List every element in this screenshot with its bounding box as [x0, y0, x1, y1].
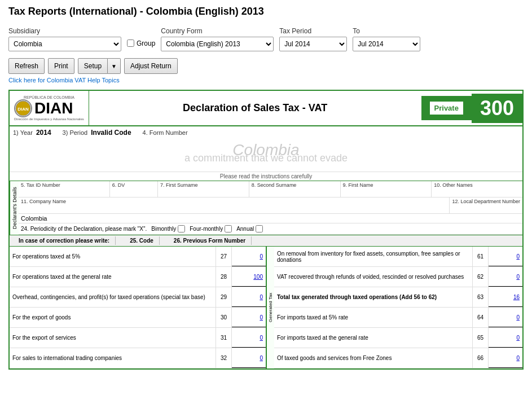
country-form-select[interactable]: Colombia (English) 2013: [161, 37, 274, 51]
tax-num: 63: [473, 287, 489, 307]
four-monthly-group: Four-monthly: [190, 225, 232, 232]
dian-logo-text: DIAN: [34, 99, 73, 117]
tax-row-right: For imports taxed at 5% rate 64 0: [274, 308, 522, 328]
tax-num: 66: [473, 348, 489, 368]
periodicity-label: 24. Periodicity of the Declaration, plea…: [21, 226, 147, 232]
private-label: Private: [430, 102, 463, 115]
period-label: 3) Period: [63, 129, 88, 136]
four-monthly-label: Four-monthly: [190, 226, 223, 232]
tax-desc: For the export of services: [10, 328, 216, 348]
tax-row-right: Of taxed goods and services from Free Zo…: [274, 348, 522, 368]
dian-private-section: Private: [421, 96, 472, 120]
buttons-row: Refresh Print Setup ▼ Adjust Return: [0, 56, 532, 76]
tax-table-right: Generated Tax On removal from inventory …: [266, 247, 522, 368]
tax-desc: For operations taxed at 5%: [10, 247, 216, 266]
tax-val: 0: [489, 267, 522, 287]
year-value: 2014: [36, 129, 51, 137]
dian-header: REPÚBLICA DE COLOMBIA DIAN DIAN Direcció…: [10, 91, 522, 126]
tax-desc: Of taxed goods and services from Free Zo…: [274, 348, 473, 368]
bimonthly-label: Bimonthly: [151, 226, 176, 232]
other-names-field: 10. Other Names: [432, 181, 522, 197]
tax-num: 62: [473, 267, 489, 287]
tax-val: 0: [489, 247, 522, 266]
dian-emblem: DIAN: [14, 99, 32, 117]
tax-id-field: 5. Tax ID Number: [19, 181, 110, 197]
group-checkbox-group: Group: [127, 40, 155, 47]
svg-text:DIAN: DIAN: [17, 107, 29, 112]
watermark-tagline: a commitment that we cannot evade: [184, 152, 348, 164]
tax-desc: For imports taxed at the general rate: [274, 328, 473, 348]
period-field: 3) Period Invalid Code: [63, 129, 131, 137]
tax-row-left: For operations taxed at the general rate…: [10, 267, 266, 287]
tax-row-left: Overhead, contingencies, and profit(s) f…: [10, 287, 266, 308]
tax-desc: For sales to international trading compa…: [10, 348, 216, 368]
annual-checkbox[interactable]: [256, 225, 263, 232]
local-dept-field: 12. Local Department Number: [450, 198, 522, 213]
page-title: Tax Reports (International) - Colombia (…: [8, 6, 524, 17]
tax-num: 30: [216, 308, 232, 327]
tax-period-label: Tax Period: [279, 27, 347, 35]
tax-row-left: For the export of goods 30 0: [10, 308, 266, 328]
tax-desc: Overhead, contingencies, and profit(s) f…: [10, 287, 216, 307]
help-link-container: Click here for Colombia VAT Help Topics: [0, 76, 532, 87]
tax-num: 32: [216, 348, 232, 368]
tax-num: 28: [216, 267, 232, 287]
annual-label: Annual: [236, 226, 254, 232]
dian-logo-top: REPÚBLICA DE COLOMBIA: [14, 95, 84, 99]
tax-row-left: For operations taxed at 5% 27 0: [10, 247, 266, 267]
tax-num: 27: [216, 247, 232, 266]
refresh-button[interactable]: Refresh: [8, 58, 45, 74]
setup-button[interactable]: Setup: [78, 58, 108, 74]
group-checkbox[interactable]: [127, 40, 134, 47]
second-surname-field: 8. Second Surname: [249, 181, 341, 197]
subsidiary-label: Subsidiary: [8, 27, 121, 35]
country-form-label: Country Form: [161, 27, 274, 35]
left-tax-rows: For operations taxed at 5% 27 0 For oper…: [10, 247, 266, 368]
subsidiary-select[interactable]: Colombia: [8, 37, 121, 51]
tax-desc: For the export of goods: [10, 308, 216, 327]
tax-row-left: For sales to international trading compa…: [10, 348, 266, 368]
tax-row-left: For the export of services 31 0: [10, 328, 266, 348]
tax-period-select[interactable]: Jul 2014: [279, 37, 347, 51]
right-content: Generated Tax On removal from inventory …: [266, 247, 522, 368]
to-select[interactable]: Jul 2014: [353, 37, 420, 51]
first-name-field: 9. First Name: [341, 181, 432, 197]
country-form-group: Country Form Colombia (English) 2013: [161, 27, 274, 51]
year-period-row: 1) Year 2014 3) Period Invalid Code 4. F…: [10, 126, 522, 139]
setup-split-button: Setup ▼: [78, 58, 121, 74]
to-label: To: [353, 27, 420, 35]
tax-val: 16: [489, 287, 522, 307]
company-row: 11. Company Name 12. Local Department Nu…: [19, 198, 522, 214]
subsidiary-group: Subsidiary Colombia: [8, 27, 121, 51]
page-header: Tax Reports (International) - Colombia (…: [0, 0, 532, 27]
tax-period-group: Tax Period Jul 2014: [279, 27, 347, 51]
tax-val: 0: [489, 348, 522, 368]
bimonthly-checkbox[interactable]: [178, 225, 185, 232]
declarant-section: Declarant's Details 5. Tax ID Number 6. …: [10, 181, 522, 235]
setup-dropdown-arrow[interactable]: ▼: [108, 58, 121, 74]
tax-desc: For imports taxed at 5% rate: [274, 308, 473, 327]
right-tax-rows: On removal from inventory for fixed asse…: [274, 247, 522, 368]
help-link[interactable]: Click here for Colombia VAT Help Topics: [8, 77, 120, 84]
instructions-text: Please read the instructions carefully: [10, 172, 522, 181]
adjust-return-button[interactable]: Adjust Return: [124, 58, 178, 74]
tax-row-right: Total tax generated through taxed operat…: [274, 287, 522, 308]
prev-form-label: 26. Previous Form Number: [168, 236, 252, 245]
form-number-label: 4. Form Number: [143, 129, 188, 136]
tax-num: 29: [216, 287, 232, 307]
tax-val: 0: [232, 328, 266, 348]
tax-num: 61: [473, 247, 489, 266]
year-period-section: 1) Year 2014 3) Period Invalid Code 4. F…: [10, 126, 522, 181]
correction-row: In case of correction please write: 25. …: [10, 235, 522, 247]
print-button[interactable]: Print: [48, 58, 74, 74]
tax-num: 31: [216, 328, 232, 348]
dian-logo: REPÚBLICA DE COLOMBIA DIAN DIAN Direcció…: [10, 91, 89, 125]
tax-desc: VAT recovered through refunds of voided,…: [274, 267, 473, 287]
dian-logo-sub: Dirección de Impuestos y Aduanas Naciona…: [14, 117, 84, 121]
first-surname-field: 7. First Surname: [158, 181, 249, 197]
form-number: 300: [472, 94, 522, 123]
four-monthly-checkbox[interactable]: [225, 225, 232, 232]
declarant-fields: 5. Tax ID Number 6. DV 7. First Surname …: [19, 181, 522, 235]
watermark-row: Colombia a commitment that we cannot eva…: [10, 139, 522, 172]
form-number-field: 4. Form Number: [143, 129, 188, 136]
